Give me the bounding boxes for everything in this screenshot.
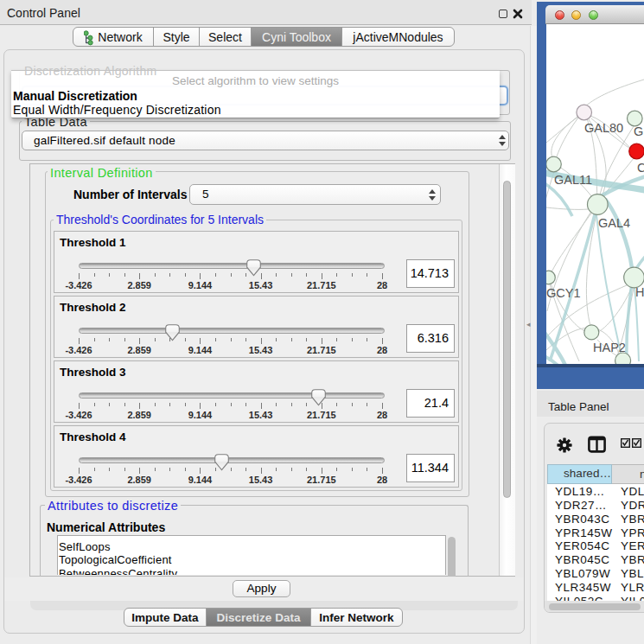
svg-text:GCY1: GCY1	[546, 286, 581, 300]
svg-text:GAL80: GAL80	[584, 121, 623, 135]
svg-text:G.: G.	[634, 124, 644, 138]
svg-text:H: H	[635, 285, 644, 299]
svg-text:GAL4: GAL4	[598, 216, 630, 230]
svg-text:HAP2: HAP2	[593, 341, 626, 354]
svg-text:GAL11: GAL11	[554, 173, 592, 187]
svg-text:C: C	[637, 161, 644, 175]
